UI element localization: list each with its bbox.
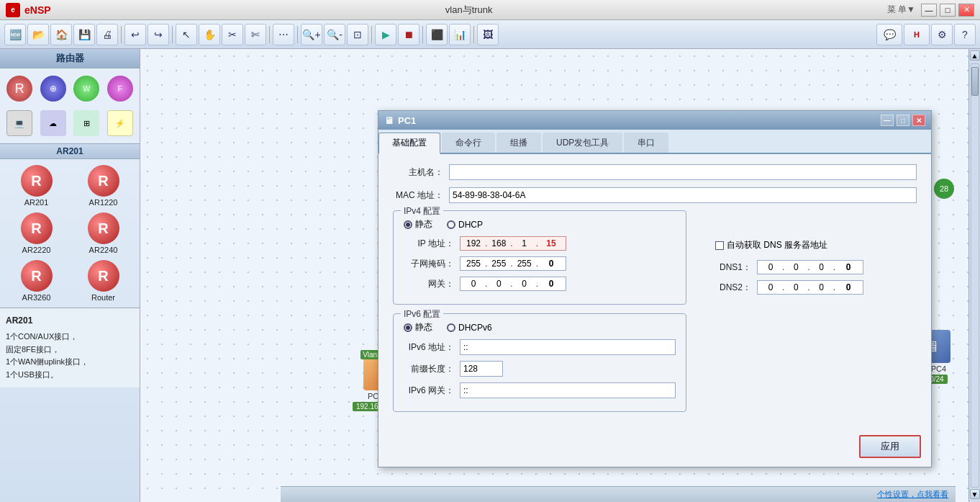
tab-command[interactable]: 命令行 bbox=[442, 133, 495, 153]
pan-button[interactable]: ✋ bbox=[199, 24, 220, 45]
frame-type-icon[interactable]: ⊞ bbox=[71, 107, 102, 139]
dns1-seg-4[interactable] bbox=[837, 262, 860, 272]
chat-button[interactable]: 💬 bbox=[876, 24, 902, 45]
dialog-titlebar: 🖥 PC1 — □ ✕ bbox=[378, 111, 931, 130]
zoom-in-button[interactable]: 🔍+ bbox=[301, 24, 322, 45]
scroll-up-button[interactable]: ▲ bbox=[970, 50, 980, 60]
ipv4-dhcp-radio[interactable]: DHCP bbox=[447, 220, 483, 230]
dns2-seg-4[interactable] bbox=[837, 282, 860, 292]
subnet-seg-4[interactable] bbox=[540, 259, 563, 269]
dns2-seg-2[interactable] bbox=[786, 282, 806, 292]
ip-input-group: . . . bbox=[460, 236, 566, 251]
tab-multicast[interactable]: 组播 bbox=[496, 133, 541, 153]
subnet-seg-1[interactable] bbox=[463, 259, 484, 269]
device-list: R AR201 R AR1220 R AR2220 R AR2240 R AR3… bbox=[0, 159, 140, 308]
maximize-button[interactable]: □ bbox=[940, 4, 956, 17]
scroll-down-button[interactable]: ▼ bbox=[970, 489, 980, 499]
ipv6-static-radio[interactable]: 静态 bbox=[404, 321, 432, 333]
undo-button[interactable]: ↩ bbox=[124, 24, 146, 45]
ip-seg-2[interactable] bbox=[489, 238, 509, 248]
gw-seg-1[interactable] bbox=[463, 279, 484, 289]
scroll-thumb[interactable] bbox=[971, 67, 979, 96]
select-button[interactable]: ↖ bbox=[176, 24, 197, 45]
statusbar: 个性设置，点我看看 bbox=[281, 486, 956, 502]
dialog-close[interactable]: ✕ bbox=[912, 115, 925, 126]
wireless-type-icon[interactable]: W bbox=[71, 73, 102, 104]
apply-button[interactable]: 应用 bbox=[859, 435, 921, 458]
prefix-input[interactable]: 128 bbox=[460, 361, 503, 377]
huawei-button[interactable]: H bbox=[904, 24, 930, 45]
run-button[interactable]: ▶ bbox=[375, 24, 396, 45]
ar3260-item[interactable]: R AR3260 bbox=[6, 260, 67, 302]
ipv6-addr-input[interactable]: :: bbox=[460, 339, 676, 355]
dns1-seg-2[interactable] bbox=[786, 262, 806, 272]
ar1220-item[interactable]: R AR1220 bbox=[73, 165, 134, 207]
ip-seg-1[interactable] bbox=[463, 238, 484, 248]
lightning-type-icon[interactable]: ⚡ bbox=[105, 107, 136, 139]
settings-button[interactable]: ⚙ bbox=[931, 24, 953, 45]
tab-serial[interactable]: 串口 bbox=[624, 133, 668, 153]
switch-type-icon[interactable]: ⊕ bbox=[38, 73, 69, 104]
close-button[interactable]: ✕ bbox=[958, 4, 974, 17]
pc-type-icon[interactable]: 💻 bbox=[4, 107, 35, 139]
ar2220-item[interactable]: R AR2220 bbox=[6, 212, 67, 254]
fit-button[interactable]: ⊡ bbox=[347, 24, 368, 45]
dns2-seg-3[interactable] bbox=[812, 282, 832, 292]
delete-button[interactable]: ✂ bbox=[222, 24, 243, 45]
mac-input[interactable]: 54-89-98-38-04-6A bbox=[449, 187, 917, 203]
cloud-type-icon[interactable]: ☁ bbox=[38, 107, 69, 139]
ipv6-dhcp-radio[interactable]: DHCPv6 bbox=[447, 323, 492, 333]
capture-button[interactable]: 🖼 bbox=[477, 24, 499, 45]
menu-label[interactable]: 菜 单▼ bbox=[887, 4, 915, 16]
ip-seg-4[interactable] bbox=[540, 238, 563, 248]
tab-basic-config[interactable]: 基础配置 bbox=[378, 133, 440, 154]
subnet-seg-2[interactable] bbox=[489, 259, 509, 269]
ip-seg-3[interactable] bbox=[514, 238, 535, 248]
gw-seg-2[interactable] bbox=[489, 279, 509, 289]
dns1-label: DNS1： bbox=[715, 261, 751, 274]
new-button[interactable]: 🆕 bbox=[4, 24, 26, 45]
logo-icon: e bbox=[6, 3, 20, 17]
gw-seg-3[interactable] bbox=[514, 279, 535, 289]
subnet-seg-3[interactable] bbox=[514, 259, 535, 269]
router-item[interactable]: R Router bbox=[73, 260, 134, 302]
ipv6-gw-row: IPv6 网关： :: bbox=[404, 382, 676, 398]
tab-udp[interactable]: UDP发包工具 bbox=[543, 133, 622, 153]
scroll-track[interactable] bbox=[971, 63, 979, 488]
dns2-seg-1[interactable] bbox=[761, 282, 781, 292]
ar3260-icon: R bbox=[21, 260, 53, 292]
connect-button[interactable]: ⋯ bbox=[273, 24, 294, 45]
gw-seg-4[interactable] bbox=[540, 279, 563, 289]
hostname-input[interactable] bbox=[449, 164, 917, 180]
dns1-seg-3[interactable] bbox=[812, 262, 832, 272]
ipv6-gw-input[interactable]: :: bbox=[460, 382, 676, 398]
device-type-grid: R ⊕ W F 💻 ☁ ⊞ ⚡ bbox=[0, 68, 140, 143]
personality-link[interactable]: 个性设置，点我看看 bbox=[877, 489, 948, 500]
open-button[interactable]: 📂 bbox=[27, 24, 49, 45]
firewall-type-icon[interactable]: F bbox=[105, 73, 136, 104]
ar2240-item[interactable]: R AR2240 bbox=[73, 212, 134, 254]
table-button[interactable]: 📊 bbox=[449, 24, 471, 45]
dns1-seg-1[interactable] bbox=[761, 262, 781, 272]
ipv6-legend: IPv6 配置 bbox=[401, 308, 443, 321]
canvas-area[interactable]: Ethernet Ethernet 0/0 Ethernet 0/0/1 🖥 V… bbox=[140, 49, 968, 502]
stop-button[interactable]: ⏹ bbox=[398, 24, 419, 45]
home-button[interactable]: 🏠 bbox=[50, 24, 72, 45]
redo-button[interactable]: ↪ bbox=[148, 24, 169, 45]
help-button[interactable]: ? bbox=[954, 24, 976, 45]
dialog-minimize[interactable]: — bbox=[881, 115, 894, 126]
ar201-item[interactable]: R AR201 bbox=[6, 165, 67, 207]
router-type-icon[interactable]: R bbox=[4, 73, 35, 104]
cloud-icon: ☁ bbox=[40, 110, 66, 136]
minimize-button[interactable]: — bbox=[921, 4, 937, 17]
gateway-label: 网关： bbox=[404, 278, 454, 290]
ipv4-static-radio[interactable]: 静态 bbox=[404, 218, 432, 230]
save-button[interactable]: 💾 bbox=[73, 24, 95, 45]
zoom-out-button[interactable]: 🔍- bbox=[324, 24, 345, 45]
dialog-maximize[interactable]: □ bbox=[897, 115, 909, 126]
topology-button[interactable]: ⬛ bbox=[426, 24, 448, 45]
cut-button[interactable]: ✄ bbox=[245, 24, 266, 45]
auto-dns-checkbox[interactable] bbox=[715, 241, 724, 250]
win-controls: — □ ✕ bbox=[921, 4, 974, 17]
print-button[interactable]: 🖨 bbox=[96, 24, 118, 45]
